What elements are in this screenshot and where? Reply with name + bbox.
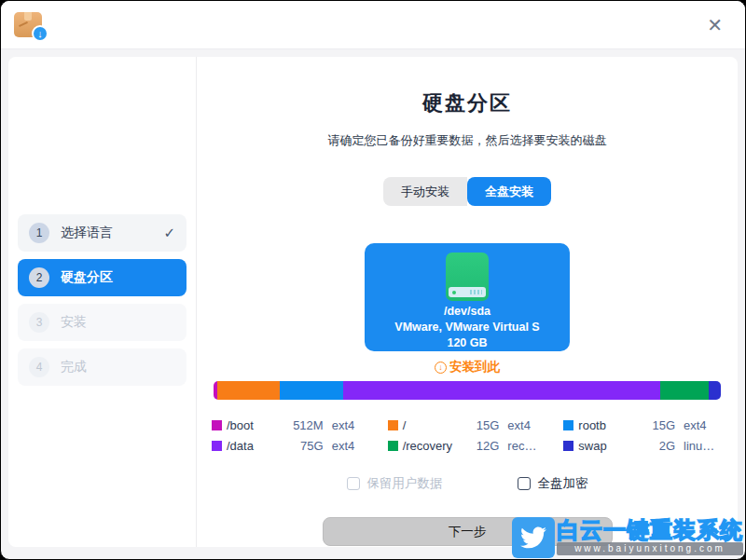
install-here-label: 安装到此 [449,359,500,376]
legend-item-recovery: /recovery 12G rec… [388,439,547,453]
partition-legend: /boot 512M ext4 / 15G ext4 rootb 15G ext… [212,418,723,453]
install-options: 保留用户数据 全盘加密 [197,475,738,492]
step-sidebar: 1 选择语言 ✓ 2 硬盘分区 3 安装 4 完成 [8,57,197,547]
step-label: 选择语言 [61,225,113,241]
hard-drive-icon [446,253,489,301]
keep-user-data-checkbox [347,477,360,490]
close-icon[interactable]: ✕ [707,16,723,34]
disk-size: 120 GB [365,336,570,349]
full-disk-encryption-option[interactable]: 全盘加密 [518,475,588,492]
color-swatch [212,420,222,430]
app-package-icon: ↓ [14,12,42,37]
disk-model: VMware, VMware Virtual S [365,321,570,334]
twitter-bird-icon [512,517,555,558]
watermark: 白云一键重装系统 www.baiyunxitong.com [512,517,743,558]
sidebar-item-finish[interactable]: 4 完成 [18,348,186,386]
partition-segment [709,381,721,400]
step-label: 硬盘分区 [61,269,113,286]
content-card: 1 选择语言 ✓ 2 硬盘分区 3 安装 4 完成 硬盘分区 请确定您已备份好重… [8,57,738,547]
step-number: 1 [29,223,49,243]
step-number: 2 [29,267,49,288]
sidebar-item-install[interactable]: 3 安装 [18,304,186,341]
sidebar-item-select-language[interactable]: 1 选择语言 ✓ [18,214,186,252]
legend-item-boot: /boot 512M ext4 [212,418,371,432]
color-swatch [212,441,222,451]
color-swatch [563,420,573,430]
tab-full-disk-install[interactable]: 全盘安装 [467,177,551,206]
disk-device: /dev/sda [365,305,570,318]
partition-segment [217,381,279,400]
step-label: 完成 [61,359,87,376]
drive-led-icon [452,291,456,294]
checkmark-icon: ✓ [163,225,175,241]
legend-item-rootb: rootb 15G ext4 [563,418,723,432]
legend-item-root: / 15G ext4 [388,418,547,432]
partition-segment [660,381,709,400]
color-swatch [388,420,398,430]
step-number: 3 [29,312,49,333]
down-arrow-circle-icon: ↓ [435,362,447,374]
subtitle: 请确定您已备份好重要数据，然后选择要安装的磁盘 [197,132,738,149]
color-swatch [563,441,573,451]
full-disk-encryption-checkbox[interactable] [518,477,531,490]
sidebar-item-disk-partition[interactable]: 2 硬盘分区 [18,259,186,296]
watermark-brand: 白云一键重装系统 [557,517,743,544]
disk-card[interactable]: /dev/sda VMware, VMware Virtual S 120 GB [365,243,570,351]
partition-bar [214,381,721,400]
download-badge-icon: ↓ [32,25,48,42]
titlebar: ↓ ✕ [1,1,745,49]
partition-segment [343,381,659,400]
step-number: 4 [29,357,49,377]
partition-segment [280,381,344,400]
keep-user-data-option: 保留用户数据 [347,475,443,492]
legend-item-swap: swap 2G linu… [563,439,723,453]
drive-vents-icon [470,290,482,294]
watermark-url: www.baiyunxitong.com [557,542,743,555]
legend-item-data: /data 75G ext4 [212,439,371,453]
main-panel: 硬盘分区 请确定您已备份好重要数据，然后选择要安装的磁盘 手动安装 全盘安装 /… [197,57,738,547]
color-swatch [388,441,398,451]
step-label: 安装 [61,314,87,331]
install-here-indicator: ↓ 安装到此 [197,359,738,376]
installer-window: ↓ ✕ 1 选择语言 ✓ 2 硬盘分区 3 安装 4 完成 硬盘分 [0,0,746,560]
install-mode-tabs: 手动安装 全盘安装 [383,177,551,206]
tab-manual-install[interactable]: 手动安装 [383,177,467,206]
page-title: 硬盘分区 [197,89,738,117]
